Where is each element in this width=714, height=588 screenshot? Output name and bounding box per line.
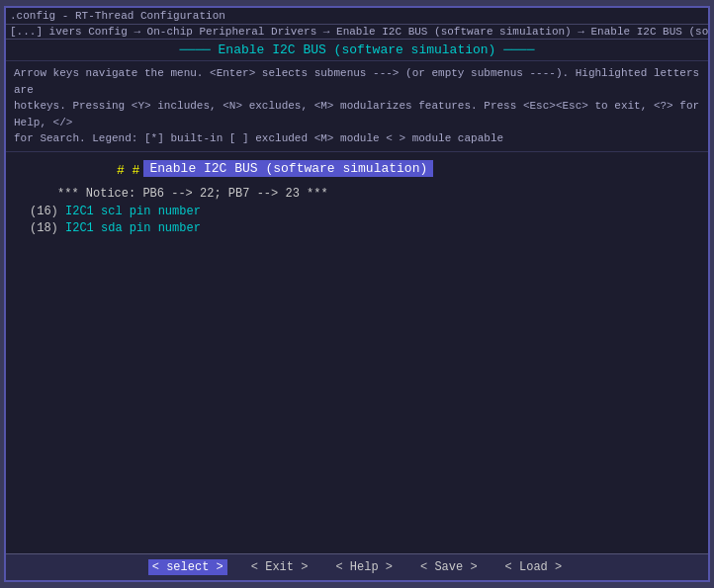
breadcrumb: [...] ivers Config → On-chip Peripheral …: [6, 25, 708, 40]
select-label[interactable]: < select >: [152, 560, 223, 574]
help-line-3: for Search. Legend: [*] built-in [ ] exc…: [14, 130, 700, 147]
config-item-0[interactable]: (16) I2C1 scl pin number: [18, 205, 696, 218]
exit-label[interactable]: < Exit >: [251, 560, 309, 574]
config-item-label-0: I2C1 scl pin number: [65, 205, 201, 218]
bottom-bar: < select > < Exit > < Help > < Save > < …: [6, 553, 708, 580]
help-label[interactable]: < Help >: [335, 560, 393, 574]
save-label[interactable]: < Save >: [420, 560, 478, 574]
load-label[interactable]: < Load >: [505, 560, 563, 574]
panel-title: ──── Enable I2C BUS (software simulation…: [6, 40, 708, 61]
main-window: .config - RT-Thread Configuration [...] …: [4, 6, 710, 582]
config-item-1[interactable]: (18) I2C1 sda pin number: [18, 221, 696, 235]
exit-button[interactable]: < Exit >: [247, 559, 312, 575]
help-text: Arrow keys navigate the menu. <Enter> se…: [6, 61, 708, 152]
select-button[interactable]: < select >: [148, 559, 227, 575]
panel-title-text: Enable I2C BUS (software simulation): [219, 42, 496, 57]
load-button[interactable]: < Load >: [501, 559, 567, 575]
config-item-number-1: (18): [30, 221, 58, 235]
main-panel: ──── Enable I2C BUS (software simulation…: [6, 40, 708, 553]
notice-text: *** Notice: PB6 --> 22; PB7 --> 23 ***: [18, 187, 696, 201]
help-line-1: Arrow keys navigate the menu. <Enter> se…: [14, 65, 700, 98]
help-line-2: hotkeys. Pressing <Y> includes, <N> excl…: [14, 98, 700, 130]
breadcrumb-text: [...] ivers Config → On-chip Peripheral …: [10, 26, 708, 38]
selected-menu-item[interactable]: Enable I2C BUS (software simulation): [143, 160, 433, 177]
help-button[interactable]: < Help >: [331, 559, 397, 575]
config-item-label-1: I2C1 sda pin number: [65, 221, 201, 235]
notice-label: *** Notice: PB6 --> 22; PB7 --> 23 ***: [57, 187, 328, 201]
content-area: # # Enable I2C BUS (software simulation)…: [6, 152, 708, 554]
title-text: .config - RT-Thread Configuration: [10, 10, 225, 22]
selected-marker: # #: [117, 163, 139, 178]
title-bar: .config - RT-Thread Configuration: [6, 8, 708, 25]
config-item-number-0: (16): [30, 205, 58, 218]
save-button[interactable]: < Save >: [416, 559, 482, 575]
